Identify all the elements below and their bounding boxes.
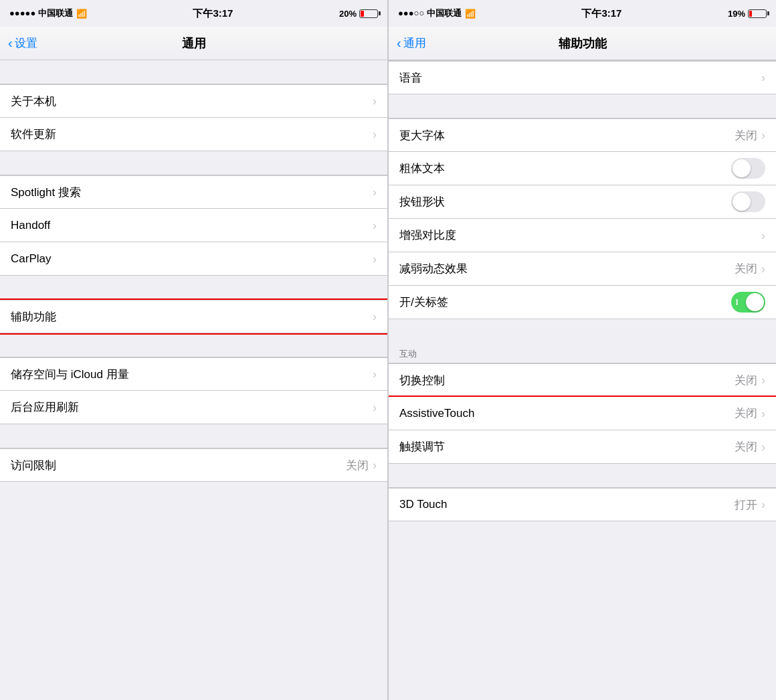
section-left-3: 辅助功能 › (0, 299, 387, 333)
cell-label-spotlight: Spotlight 搜索 (11, 185, 373, 200)
chevron-restrictions: › (373, 459, 377, 471)
section-header-interaction: 互动 (389, 343, 776, 363)
chevron-update: › (373, 128, 377, 141)
signal-text-right: ●●●○○ 中国联通 (398, 7, 462, 19)
spacer-left-1 (0, 60, 387, 84)
toggle-bold-text[interactable] (731, 158, 765, 179)
spacer-left-4 (0, 333, 387, 357)
cell-label-update: 软件更新 (11, 126, 373, 142)
chevron-accessibility: › (373, 311, 377, 323)
chevron-about: › (373, 95, 377, 107)
status-right-right: 19% (728, 9, 767, 19)
cell-3d-touch[interactable]: 3D Touch 打开 › (389, 488, 776, 521)
chevron-handoff: › (373, 220, 377, 232)
cell-label-voice: 语音 (399, 70, 761, 86)
cell-label-about: 关于本机 (11, 94, 373, 109)
cell-label-contrast: 增强对比度 (399, 228, 761, 243)
cell-label-storage: 储存空间与 iCloud 用量 (11, 367, 373, 382)
battery-pct-right: 19% (728, 9, 745, 19)
section-right-3: 切换控制 关闭 › AssistiveTouch 关闭 › 触摸调节 关闭 › (389, 363, 776, 464)
toggle-knob-labels (746, 293, 764, 311)
cell-about[interactable]: 关于本机 › (0, 84, 387, 118)
cell-label-bold-text: 粗体文本 (399, 161, 731, 176)
cell-switch-control[interactable]: 切换控制 关闭 › (389, 363, 776, 397)
battery-icon-left (359, 9, 378, 18)
cell-larger-text[interactable]: 更大字体 关闭 › (389, 118, 776, 152)
spacer-left-2 (0, 151, 387, 175)
signal-text-left: ●●●●● 中国联通 (9, 7, 73, 19)
cell-handoff[interactable]: Handoff › (0, 209, 387, 242)
cell-label-handoff: Handoff (11, 219, 373, 232)
cell-restrictions[interactable]: 访问限制 关闭 › (0, 448, 387, 482)
section-left-5: 访问限制 关闭 › (0, 448, 387, 482)
battery-pct-left: 20% (339, 9, 357, 19)
spacer-left-5 (0, 424, 387, 448)
cell-update[interactable]: 软件更新 › (0, 118, 387, 151)
cell-on-off-labels[interactable]: 开/关标签 I (389, 286, 776, 319)
nav-bar-left: ‹ 设置 通用 (0, 27, 387, 60)
chevron-touch-adjust: › (761, 441, 765, 453)
left-panel: ●●●●● 中国联通 📶 下午3:17 20% ‹ 设置 通用 关于本机 › (0, 0, 388, 700)
toggle-on-label: I (736, 298, 738, 307)
settings-list-left: 关于本机 › 软件更新 › Spotlight 搜索 › Handoff › C… (0, 60, 387, 700)
wifi-icon-right: 📶 (465, 9, 476, 19)
section-right-4: 3D Touch 打开 › (389, 487, 776, 521)
battery-fill-left (361, 11, 364, 17)
status-left: ●●●●● 中国联通 📶 (9, 7, 87, 19)
spacer-right-1 (389, 94, 776, 118)
cell-value-assistive-touch: 关闭 (735, 406, 757, 421)
cell-touch-adjust[interactable]: 触摸调节 关闭 › (389, 430, 776, 464)
cell-label-3d-touch: 3D Touch (399, 498, 735, 511)
chevron-switch-control: › (761, 374, 765, 386)
cell-value-3d-touch: 打开 (735, 497, 757, 513)
cell-label-reduce-motion: 减弱动态效果 (399, 261, 735, 276)
back-button-left[interactable]: ‹ 设置 (8, 35, 37, 51)
cell-value-switch-control: 关闭 (735, 373, 757, 388)
status-left-right: ●●●○○ 中国联通 📶 (398, 7, 476, 19)
cell-label-assistive-touch: AssistiveTouch (399, 407, 735, 420)
cell-assistive-touch[interactable]: AssistiveTouch 关闭 › (389, 397, 776, 430)
status-right-left: 20% (339, 9, 378, 19)
spacer-right-3 (389, 464, 776, 487)
time-right: 下午3:17 (581, 7, 621, 20)
chevron-assistive-touch: › (761, 408, 765, 420)
cell-storage[interactable]: 储存空间与 iCloud 用量 › (0, 357, 387, 391)
section-left-4: 储存空间与 iCloud 用量 › 后台应用刷新 › (0, 357, 387, 424)
cell-button-shapes[interactable]: 按钮形状 (389, 185, 776, 219)
cell-label-button-shapes: 按钮形状 (399, 194, 731, 209)
cell-value-touch-adjust: 关闭 (735, 439, 757, 454)
cell-contrast[interactable]: 增强对比度 › (389, 219, 776, 252)
cell-voice[interactable]: 语音 › (389, 61, 776, 94)
cell-reduce-motion[interactable]: 减弱动态效果 关闭 › (389, 252, 776, 286)
cell-value-reduce-motion: 关闭 (735, 261, 757, 276)
toggle-knob-shapes (733, 193, 751, 211)
battery-icon-right (748, 9, 767, 18)
cell-background[interactable]: 后台应用刷新 › (0, 391, 387, 424)
chevron-spotlight: › (373, 186, 377, 198)
wifi-icon-left: 📶 (76, 9, 87, 19)
page-title-left: 通用 (182, 35, 206, 52)
back-label-left: 设置 (15, 35, 37, 51)
toggle-on-off-labels[interactable]: I (731, 292, 765, 313)
cell-carplay[interactable]: CarPlay › (0, 242, 387, 276)
toggle-button-shapes[interactable] (731, 191, 765, 212)
chevron-larger-text: › (761, 129, 765, 141)
section-left-1: 关于本机 › 软件更新 › (0, 84, 387, 151)
chevron-voice: › (761, 72, 765, 84)
section-right-1: 语音 › (389, 60, 776, 94)
battery-fill-right (749, 11, 752, 17)
cell-bold-text[interactable]: 粗体文本 (389, 152, 776, 185)
section-right-2: 更大字体 关闭 › 粗体文本 按钮形状 增强对比度 › (389, 118, 776, 319)
cell-spotlight[interactable]: Spotlight 搜索 › (0, 175, 387, 209)
cell-label-restrictions: 访问限制 (11, 458, 346, 473)
spacer-right-2 (389, 319, 776, 343)
chevron-storage: › (373, 368, 377, 380)
back-label-right: 通用 (403, 35, 426, 51)
back-button-right[interactable]: ‹ 通用 (397, 35, 426, 51)
cell-accessibility[interactable]: 辅助功能 › (0, 300, 387, 333)
cell-value-restrictions: 关闭 (346, 458, 369, 473)
cell-label-carplay: CarPlay (11, 252, 373, 266)
nav-bar-right: ‹ 通用 辅助功能 (389, 27, 776, 60)
status-bar-right: ●●●○○ 中国联通 📶 下午3:17 19% (389, 0, 776, 27)
chevron-background: › (373, 402, 377, 414)
